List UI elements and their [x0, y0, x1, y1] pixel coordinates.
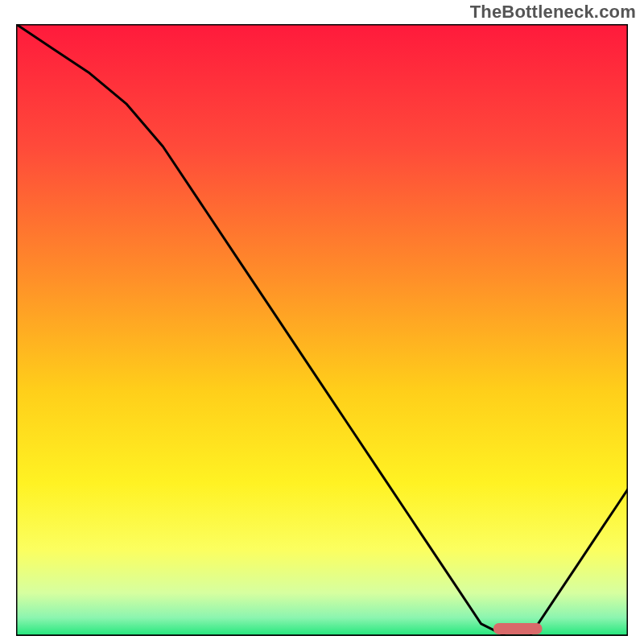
chart-svg	[16, 24, 628, 636]
optimal-range-marker	[493, 623, 543, 634]
plot-area	[16, 24, 628, 636]
chart-container: TheBottleneck.com	[0, 0, 644, 644]
watermark-text: TheBottleneck.com	[470, 2, 636, 23]
gradient-background	[16, 24, 628, 636]
